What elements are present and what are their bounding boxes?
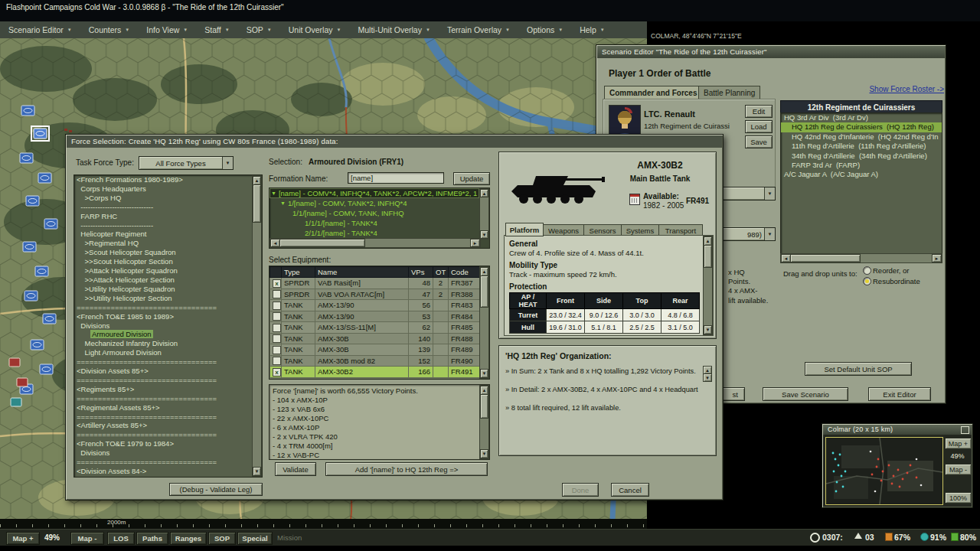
mission-button[interactable]: Mission bbox=[277, 533, 302, 542]
scroll-up-arrow[interactable]: ▲ bbox=[480, 189, 488, 197]
update-button[interactable]: Update bbox=[453, 172, 490, 185]
menu-terrain-overlay[interactable]: Terrain Overlay▼ bbox=[439, 21, 518, 38]
toe-tree-item[interactable]: FARP RHC bbox=[74, 212, 252, 221]
set-default-unit-sop-button[interactable]: Set Default Unit SOP bbox=[805, 362, 912, 376]
map-zoom-out-button[interactable]: Map - bbox=[70, 532, 104, 545]
unit-counter[interactable] bbox=[44, 219, 57, 229]
toe-tree-item[interactable]: >>Utility Helicopter Section bbox=[74, 294, 252, 303]
force-worth-vscrollbar[interactable]: ▲ ▼ bbox=[479, 385, 489, 459]
unit-counter[interactable] bbox=[17, 378, 28, 386]
roster-item[interactable]: 11th Reg d'Artillerie (11th Reg d'Artill… bbox=[781, 142, 942, 151]
expand-icon[interactable]: ▼ bbox=[280, 198, 286, 208]
unit-counter[interactable] bbox=[26, 196, 39, 206]
menu-options[interactable]: Options▼ bbox=[518, 21, 571, 38]
scroll-thumb[interactable] bbox=[790, 254, 861, 262]
scroll-thumb[interactable] bbox=[480, 394, 488, 419]
menu-sop[interactable]: SOP▼ bbox=[238, 21, 280, 38]
toe-tree-item[interactable]: >>Scout Helicopter Section bbox=[74, 257, 252, 266]
roster-item[interactable]: HQ 3rd Ar Div (3rd Ar Dv) bbox=[781, 113, 942, 122]
tab-platform[interactable]: Platform bbox=[505, 223, 544, 236]
toe-tree-item[interactable]: Light Armoured Division bbox=[74, 348, 252, 357]
unit-counter[interactable] bbox=[35, 266, 48, 276]
toe-tree-item[interactable]: <French Formations 1980-1989> bbox=[74, 175, 252, 184]
equipment-checkbox[interactable] bbox=[273, 290, 281, 298]
toe-tree-item[interactable]: <Regiments 85+> bbox=[74, 385, 252, 394]
equipment-row[interactable]: SPRDRVAB VOA RATAC[m] 472 FR388 bbox=[270, 289, 482, 300]
equipment-row[interactable]: TANKAMX-30B 139 FR489 bbox=[270, 344, 482, 356]
toe-tree-item-selected[interactable]: Armoured Division bbox=[74, 330, 252, 339]
menu-unit-overlay[interactable]: Unit Overlay▼ bbox=[280, 21, 350, 38]
toe-tree-item[interactable]: >Utility Helicopter Squadron bbox=[74, 285, 252, 294]
toe-tree-item[interactable]: >Scout Helicopter Squadron bbox=[74, 248, 252, 257]
unit-counter[interactable] bbox=[38, 173, 51, 183]
menu-staff[interactable]: Staff▼ bbox=[196, 21, 237, 38]
scroll-down-arrow[interactable]: ▼ bbox=[480, 449, 488, 458]
toe-tree-item[interactable]: >Corps HQ bbox=[74, 194, 252, 203]
unit-counter[interactable] bbox=[20, 153, 33, 163]
equipment-row[interactable]: TANKAMX-13/90 56 FR483 bbox=[270, 300, 482, 311]
scroll-down-arrow[interactable]: ▼ bbox=[480, 369, 488, 378]
scroll-thumb[interactable] bbox=[253, 184, 261, 223]
add-to-hq-button[interactable]: Add '[name]' to HQ 12th Reg => bbox=[325, 462, 488, 476]
ranges-button[interactable]: Ranges bbox=[170, 532, 207, 545]
equipment-row-selected[interactable]: x TANKAMX-30B2 166 FR491 bbox=[270, 367, 482, 378]
unit-counter[interactable] bbox=[9, 358, 20, 367]
unit-counter[interactable] bbox=[11, 398, 21, 406]
load-button[interactable]: Load bbox=[745, 120, 773, 133]
scroll-down-arrow[interactable]: ▼ bbox=[703, 373, 712, 382]
maximize-icon[interactable] bbox=[961, 426, 969, 434]
menu-counters[interactable]: Counters▼ bbox=[80, 21, 139, 38]
exit-editor-button[interactable]: Exit Editor bbox=[868, 387, 931, 401]
map-zoom-in-button[interactable]: Map + bbox=[6, 532, 40, 545]
equipment-vscrollbar[interactable]: ▲ ▼ bbox=[479, 266, 489, 379]
detail-vscrollbar[interactable]: ▲ ▼ bbox=[703, 236, 713, 335]
formation-tree-item[interactable]: 2/1/1/[name] - TANK*4 bbox=[270, 228, 479, 238]
los-button[interactable]: LOS bbox=[107, 532, 135, 545]
minimap-zoom-out-button[interactable]: Map - bbox=[945, 464, 972, 475]
formation-tree-vscrollbar[interactable]: ▲ ▼ bbox=[479, 188, 489, 240]
toe-tree-item[interactable]: <Regimental Assets 85+> bbox=[74, 403, 252, 412]
save-button[interactable]: Save bbox=[745, 135, 773, 148]
task-force-type-combo[interactable]: All Force Types ▼ bbox=[139, 156, 234, 170]
save-scenario-button[interactable]: Save Scenario bbox=[763, 387, 848, 401]
roster-hscrollbar[interactable]: ◄ ► bbox=[780, 253, 942, 263]
equipment-checkbox[interactable] bbox=[273, 324, 281, 332]
toe-tree-item[interactable]: Corps Headquarters bbox=[74, 184, 252, 194]
roster-item[interactable]: FARP 3rd Ar (FARP) bbox=[781, 161, 942, 170]
scroll-down-arrow[interactable]: ▼ bbox=[480, 230, 488, 239]
minimap-zoom-in-button[interactable]: Map + bbox=[945, 438, 972, 449]
toe-tree-item[interactable]: >>Attack Helicopter Section bbox=[74, 276, 252, 285]
reorder-radio[interactable] bbox=[863, 266, 871, 275]
formation-name-input[interactable] bbox=[348, 172, 444, 184]
scroll-down-arrow[interactable]: ▼ bbox=[253, 467, 261, 476]
equipment-row[interactable]: TANKAMX-13/90 53 FR484 bbox=[270, 311, 482, 322]
roster-item[interactable]: HQ 42nd Reg d'Infanterie (HQ 42nd Reg d'… bbox=[781, 132, 942, 142]
equipment-checkbox[interactable] bbox=[273, 312, 281, 321]
unit-counter[interactable] bbox=[43, 314, 56, 324]
toe-tree-item[interactable]: <Division Assets 84-> bbox=[74, 467, 252, 475]
menu-multi-unit-overlay[interactable]: Multi-Unit Overlay▼ bbox=[349, 21, 438, 38]
toe-tree-item[interactable]: <Artillery Assets 85+> bbox=[74, 421, 252, 430]
expand-icon[interactable]: ▼ bbox=[271, 188, 276, 198]
formation-tree-item[interactable]: 1/1/1/[name] - TANK*4 bbox=[270, 218, 479, 228]
unit-counter[interactable] bbox=[31, 340, 44, 350]
window-titlebar[interactable]: Flashpoint Campaigns Cold War - 3.0.0.98… bbox=[0, 0, 980, 21]
roster-item-selected[interactable]: HQ 12th Reg de Cuirassiers (HQ 12th Reg) bbox=[781, 122, 942, 132]
unit-counter[interactable] bbox=[40, 364, 53, 374]
scroll-thumb[interactable] bbox=[704, 245, 712, 268]
reorder-radio-label[interactable]: Reorder, or bbox=[873, 266, 910, 275]
menu-info-view[interactable]: Info View▼ bbox=[138, 21, 196, 38]
equipment-row[interactable]: TANKAMX-30B 140 FR488 bbox=[270, 333, 482, 344]
cancel-button[interactable]: Cancel bbox=[611, 483, 649, 497]
show-force-roster-link[interactable]: Show Force Roster -> bbox=[829, 85, 944, 93]
toe-tree-item[interactable]: >Attack Helicopter Squadron bbox=[74, 266, 252, 276]
toe-tree-item[interactable]: Divisions bbox=[74, 321, 252, 331]
special-button[interactable]: Special bbox=[237, 532, 273, 545]
toe-tree-item[interactable]: Helicopter Regiment bbox=[74, 230, 252, 239]
toe-tree-item[interactable]: >Regimental HQ bbox=[74, 239, 252, 248]
minimap-titlebar[interactable]: Colmar (20 x 15 km) bbox=[823, 425, 972, 435]
roster-item[interactable]: 34th Reg d'Artillerie (34th Reg d'Artill… bbox=[781, 152, 942, 161]
unit-counter[interactable] bbox=[21, 106, 34, 116]
equipment-row[interactable]: x SPRDRVAB Rasit[m] 482 FR387 bbox=[270, 278, 482, 289]
equipment-checkbox[interactable] bbox=[273, 346, 281, 354]
